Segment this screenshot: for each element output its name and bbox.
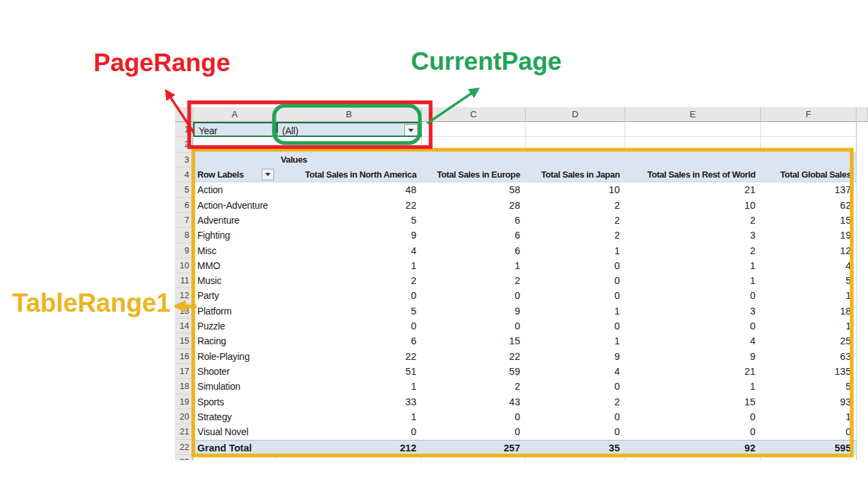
- pivot-value-cell[interactable]: 1: [277, 409, 422, 424]
- pivot-value-cell[interactable]: 3: [625, 228, 761, 243]
- pivot-value-cell[interactable]: 28: [422, 198, 526, 213]
- row-header-21[interactable]: 21: [175, 424, 193, 439]
- cell[interactable]: [422, 122, 526, 137]
- pivot-row-label[interactable]: Puzzle: [193, 319, 277, 333]
- row-header-6[interactable]: 6: [175, 198, 193, 213]
- pivot-column-header[interactable]: Total Sales in Rest of World: [625, 167, 761, 182]
- pivot-value-cell[interactable]: 1: [526, 304, 625, 319]
- pivot-value-cell[interactable]: 0: [526, 379, 625, 394]
- pivot-row-label[interactable]: Misc: [193, 243, 277, 258]
- pivot-value-cell[interactable]: 4: [761, 258, 856, 273]
- grand-total-value-cell[interactable]: 92: [625, 440, 761, 455]
- cell[interactable]: [625, 137, 761, 152]
- row-header-15[interactable]: 15: [175, 333, 193, 348]
- pivot-value-cell[interactable]: 0: [422, 424, 526, 439]
- pivot-value-cell[interactable]: 1: [625, 273, 761, 288]
- column-header-a[interactable]: A: [193, 107, 277, 122]
- pivot-value-cell[interactable]: 0: [526, 273, 625, 288]
- row-header-10[interactable]: 10: [175, 258, 193, 273]
- pivot-value-cell[interactable]: 18: [761, 304, 856, 319]
- pivot-value-cell[interactable]: 15: [422, 333, 526, 348]
- pivot-value-cell[interactable]: 43: [422, 394, 526, 409]
- cell[interactable]: [625, 152, 761, 167]
- pivot-value-cell[interactable]: 5: [277, 213, 422, 228]
- pivot-column-header[interactable]: Total Sales in Europe: [422, 167, 526, 182]
- pivot-row-label[interactable]: Sports: [193, 394, 277, 409]
- pivot-value-cell[interactable]: 15: [761, 213, 856, 228]
- cell[interactable]: [422, 455, 526, 460]
- pivot-value-cell[interactable]: 48: [277, 182, 422, 197]
- row-header-17[interactable]: 17: [175, 364, 193, 379]
- pivot-value-cell[interactable]: 6: [277, 333, 422, 348]
- cell[interactable]: [761, 455, 856, 460]
- row-header-8[interactable]: 8: [175, 228, 193, 243]
- pivot-value-cell[interactable]: 1: [526, 333, 625, 348]
- cell[interactable]: [422, 137, 526, 152]
- pivot-value-cell[interactable]: 1: [277, 258, 422, 273]
- pivot-value-cell[interactable]: 3: [625, 304, 761, 319]
- pivot-value-cell[interactable]: 22: [277, 198, 422, 213]
- cell[interactable]: [761, 137, 856, 152]
- pivot-value-cell[interactable]: 10: [526, 182, 625, 197]
- pivot-column-header[interactable]: Total Sales in North America: [277, 167, 422, 182]
- column-header-d[interactable]: D: [526, 107, 625, 122]
- row-header-16[interactable]: 16: [175, 349, 193, 364]
- pivot-value-cell[interactable]: 5: [761, 379, 856, 394]
- cell[interactable]: [761, 152, 856, 167]
- pivot-value-cell[interactable]: 6: [422, 243, 526, 258]
- pivot-value-cell[interactable]: 25: [761, 333, 856, 348]
- column-header-c[interactable]: C: [422, 107, 526, 122]
- pivot-value-cell[interactable]: 21: [625, 182, 761, 197]
- pivot-value-cell[interactable]: 5: [761, 273, 856, 288]
- cell[interactable]: [526, 152, 625, 167]
- pivot-value-cell[interactable]: 51: [277, 364, 422, 379]
- pivot-row-label[interactable]: Platform: [193, 304, 277, 319]
- pivot-row-label[interactable]: MMO: [193, 258, 277, 273]
- row-header-11[interactable]: 11: [175, 273, 193, 288]
- row-header-9[interactable]: 9: [175, 243, 193, 258]
- pivot-value-cell[interactable]: 0: [422, 288, 526, 303]
- pivot-value-cell[interactable]: 0: [277, 319, 422, 333]
- row-labels-cell[interactable]: Row Labels: [193, 167, 277, 182]
- cell[interactable]: [526, 455, 625, 460]
- cell[interactable]: [193, 152, 277, 167]
- pivot-value-cell[interactable]: 1: [761, 319, 856, 333]
- pivot-value-cell[interactable]: 15: [625, 394, 761, 409]
- pivot-value-cell[interactable]: 59: [422, 364, 526, 379]
- pivot-row-label[interactable]: Strategy: [193, 409, 277, 424]
- pivot-value-cell[interactable]: 0: [625, 424, 761, 439]
- pivot-value-cell[interactable]: 0: [422, 409, 526, 424]
- row-header-7[interactable]: 7: [175, 213, 193, 228]
- row-header-5[interactable]: 5: [175, 182, 193, 197]
- cell[interactable]: [193, 455, 277, 460]
- pivot-value-cell[interactable]: 1: [761, 288, 856, 303]
- pivot-value-cell[interactable]: 21: [625, 364, 761, 379]
- pivot-value-cell[interactable]: 2: [422, 273, 526, 288]
- pivot-value-cell[interactable]: 9: [625, 349, 761, 364]
- pivot-row-label[interactable]: Visual Novel: [193, 424, 277, 439]
- pivot-value-cell[interactable]: 2: [526, 394, 625, 409]
- pivot-value-cell[interactable]: 2: [526, 213, 625, 228]
- row-header-14[interactable]: 14: [175, 319, 193, 333]
- pivot-column-header[interactable]: Total Global Sales: [761, 167, 856, 182]
- cell[interactable]: [277, 137, 422, 152]
- pivot-value-cell[interactable]: 6: [422, 213, 526, 228]
- row-header-19[interactable]: 19: [175, 394, 193, 409]
- cell[interactable]: [625, 455, 761, 460]
- pivot-row-label[interactable]: Fighting: [193, 228, 277, 243]
- pivot-value-cell[interactable]: 1: [526, 243, 625, 258]
- pivot-value-cell[interactable]: 63: [761, 349, 856, 364]
- page-filter-cell[interactable]: (All): [277, 122, 422, 137]
- pivot-value-cell[interactable]: 9: [277, 228, 422, 243]
- pivot-value-cell[interactable]: 62: [761, 198, 856, 213]
- row-header-23[interactable]: 23: [175, 455, 193, 460]
- pivot-row-label[interactable]: Simulation: [193, 379, 277, 394]
- pivot-value-cell[interactable]: 0: [625, 288, 761, 303]
- page-filter-dropdown-button[interactable]: [404, 124, 418, 137]
- pivot-row-label[interactable]: Party: [193, 288, 277, 303]
- pivot-value-cell[interactable]: 0: [625, 319, 761, 333]
- pivot-value-cell[interactable]: 2: [625, 213, 761, 228]
- select-all-corner[interactable]: [175, 107, 193, 122]
- pivot-value-cell[interactable]: 4: [277, 243, 422, 258]
- pivot-value-cell[interactable]: 0: [277, 424, 422, 439]
